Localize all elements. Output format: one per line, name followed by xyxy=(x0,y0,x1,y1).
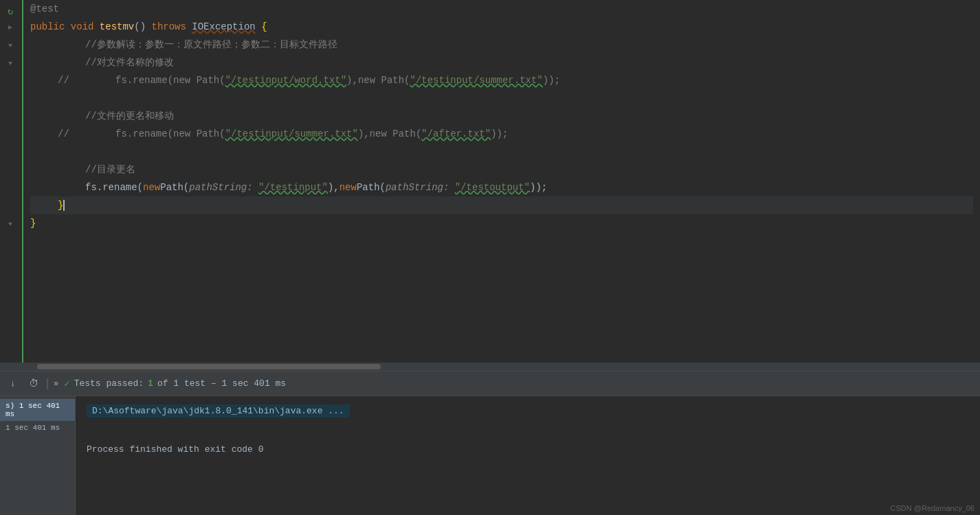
string-path-2: "/testinput/summer.txt" xyxy=(410,71,543,89)
fold-icon-3[interactable] xyxy=(7,60,14,67)
down-icon: ↓ xyxy=(10,378,16,389)
path-call-1: Path( xyxy=(160,179,189,196)
close-brace-outer: } xyxy=(30,214,36,232)
test-result-container: ✓ Tests passed: 1 of 1 test – 1 sec 401 … xyxy=(64,378,286,389)
code-line-7: //文件的更名和移动 xyxy=(30,107,973,125)
comment-slash-2: // xyxy=(30,125,69,143)
watermark-text: CSDN @Redamancy_06 xyxy=(891,504,975,512)
code-line-12: } xyxy=(30,196,973,214)
code-line-3: //参数解读：参数一：原文件路径；参数二：目标文件路径 xyxy=(30,36,973,54)
refresh-icon[interactable]: ↻ xyxy=(8,5,13,17)
check-icon: ✓ xyxy=(64,378,69,389)
kw-new-1: new xyxy=(143,179,160,196)
throws-keyword: throws xyxy=(151,18,186,36)
bottom-content: s) 1 sec 401 ms 1 sec 401 ms D:\Asoftwar… xyxy=(0,396,980,515)
open-brace: { xyxy=(261,18,267,36)
toolbar-separator xyxy=(47,378,48,389)
terminal-cmd-line: D:\Asoftware\java\jdk1.8.0_141\bin\java.… xyxy=(87,402,969,420)
code-line-5: // fs.rename(new Path( "/testinput/word.… xyxy=(30,71,973,89)
test-count: 1 xyxy=(148,378,153,389)
string-path-3: "/testinput/summer.txt" xyxy=(225,125,358,143)
fold-icon-1[interactable] xyxy=(7,24,14,31)
svg-marker-3 xyxy=(8,222,12,226)
editor-scrollbar[interactable] xyxy=(0,363,980,371)
scrollbar-thumb[interactable] xyxy=(37,364,381,369)
punct-4: )); xyxy=(491,125,508,143)
more-button[interactable]: » xyxy=(54,379,58,389)
svg-marker-2 xyxy=(8,62,12,65)
comment-4: //目录更名 xyxy=(85,161,135,179)
code-line-10: //目录更名 xyxy=(30,161,973,179)
svg-marker-0 xyxy=(8,25,12,30)
comma-1: ), xyxy=(328,179,339,196)
string-path-1: "/testinput/word.txt" xyxy=(225,71,346,89)
code-lines: @test public void testmv () throws IOExc… xyxy=(23,0,980,363)
comment-2: //对文件名称的修改 xyxy=(85,54,174,71)
param-hint-1: pathString: xyxy=(189,179,252,196)
watermark: CSDN @Redamancy_06 xyxy=(891,504,975,512)
clock-button[interactable]: ⏱ xyxy=(26,376,41,391)
comment-slash-1: // xyxy=(30,71,69,89)
exception-type: IOException xyxy=(192,18,255,36)
close-2: )); xyxy=(530,179,547,196)
comment-3: //文件的更名和移动 xyxy=(85,107,174,125)
testinput-path: "/testinput" xyxy=(258,179,328,196)
timing-entry-1[interactable]: s) 1 sec 401 ms xyxy=(0,399,75,421)
scrollbar-track[interactable] xyxy=(3,364,977,369)
terminal-result-line: Process finished with exit code 0 xyxy=(87,440,969,458)
fs-rename-2: fs.rename( xyxy=(85,179,143,196)
code-line-11: fs.rename( new Path( pathString: "/testi… xyxy=(30,179,973,196)
kw-public: public xyxy=(30,18,65,36)
commented-code-2: fs.rename(new Path( xyxy=(69,125,225,143)
code-line-1: @test xyxy=(30,0,973,18)
path-call-2: Path( xyxy=(357,179,386,196)
java-exe-cmd: D:\Asoftware\java\jdk1.8.0_141\bin\java.… xyxy=(87,404,350,417)
editor-area: ↻ xyxy=(0,0,980,371)
comment-1: //参数解读：参数一：原文件路径；参数二：目标文件路径 xyxy=(85,36,337,54)
bottom-panel: ↓ ⏱ » ✓ Tests passed: 1 of 1 test – 1 se… xyxy=(0,371,980,515)
timing-sidebar: s) 1 sec 401 ms 1 sec 401 ms xyxy=(0,396,76,515)
code-line-8: // fs.rename(new Path( "/testinput/summe… xyxy=(30,125,973,143)
test-detail: of 1 test – 1 sec 401 ms xyxy=(157,378,286,389)
code-content: ↻ xyxy=(0,0,980,363)
code-line-9 xyxy=(30,143,973,161)
fold-icon-12[interactable] xyxy=(7,220,14,227)
commented-code-1: fs.rename(new Path( xyxy=(69,71,225,89)
bottom-toolbar: ↓ ⏱ » ✓ Tests passed: 1 of 1 test – 1 se… xyxy=(0,371,980,396)
method-name: testmv xyxy=(100,18,134,36)
code-line-13: } xyxy=(30,214,973,232)
code-line-6 xyxy=(30,89,973,107)
kw-void: void xyxy=(71,18,94,36)
cursor-bar xyxy=(63,200,65,211)
process-finished-msg: Process finished with exit code 0 xyxy=(87,444,263,455)
punct-1: ),new Path( xyxy=(346,71,410,89)
clock-icon: ⏱ xyxy=(29,378,38,389)
timing-label-1: s) 1 sec 401 ms xyxy=(5,402,60,418)
punct-2: )); xyxy=(543,71,560,89)
down-button[interactable]: ↓ xyxy=(5,376,21,391)
main-container: ↻ xyxy=(0,0,980,515)
close-brace-inner: } xyxy=(58,196,63,214)
timing-label-2: 1 sec 401 ms xyxy=(5,424,60,432)
string-path-4: "/after.txt" xyxy=(421,125,491,143)
more-icon: » xyxy=(54,379,58,389)
fold-icon-2[interactable] xyxy=(7,42,14,49)
parens: () xyxy=(134,18,146,36)
timing-entry-2[interactable]: 1 sec 401 ms xyxy=(0,421,75,435)
testoutput-path: "/testoutput" xyxy=(455,179,530,196)
punct-3: ),new Path( xyxy=(358,125,421,143)
param-hint-2: pathString: xyxy=(386,179,449,196)
code-line-2: public void testmv () throws IOException… xyxy=(30,18,973,36)
test-result-label: Tests passed: xyxy=(74,378,144,389)
svg-marker-1 xyxy=(8,44,12,47)
terminal-output: D:\Asoftware\java\jdk1.8.0_141\bin\java.… xyxy=(76,396,980,515)
code-line-4: //对文件名称的修改 xyxy=(30,54,973,71)
annotation: @test xyxy=(30,0,59,18)
terminal-spacer xyxy=(87,420,969,440)
kw-new-2: new xyxy=(339,179,357,196)
